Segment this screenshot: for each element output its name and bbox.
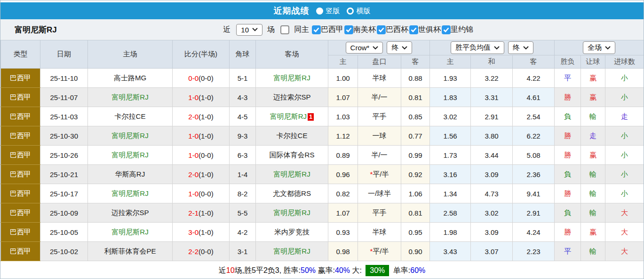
handicap-result: 走 [589,132,596,140]
goals-result-cell: 小 [605,165,644,184]
handicap-line: 半/一 [371,93,387,101]
eu-home-odds-cell: 1.56 [430,126,471,146]
games-label: 场 [267,25,275,35]
scope-select[interactable]: 全场 [583,41,615,54]
handicap-result-cell: 輸 [581,165,605,184]
date-cell: 25-10-30 [40,126,88,146]
subheader-ah-home: 主 [328,55,358,69]
league-checkbox-4[interactable] [442,25,451,34]
wdl-result: 負 [564,209,571,217]
handicap-result: 輸 [589,247,596,255]
wdl-result: 平 [564,74,571,82]
chevron-down-icon [605,46,611,50]
away-team: 富明尼斯RJ [273,247,310,255]
handicap-result-cell: 輸 [581,107,605,126]
average-select[interactable]: 胜平负均值 [451,41,504,54]
eu-away-odds-cell: 2.91 [513,203,555,223]
corner-cell: 5-1 [230,69,256,88]
league-cell: 巴西甲 [1,88,40,107]
eu-home-odds-cell: 1.83 [430,88,471,107]
score-cell: 2-0(1-0) [173,165,230,184]
title-bar: 近期战绩 竖版 横版 [0,2,644,19]
eu-home-odds-cell: 1.34 [430,184,471,203]
handicap-line: 半球 [373,74,387,82]
league-cell: 巴西甲 [1,69,40,88]
same-home-checkbox[interactable] [280,25,289,34]
handicap-result: 赢 [589,151,596,159]
handicap-section-header: Crow* 终 [328,40,430,55]
score-cell: 1-0(0-0) [173,146,230,165]
away-team-cell: 富明尼斯RJ [256,69,328,88]
results-table: 类型 日期 主场 比分(半场) 角球 客场 Crow* 终 [0,40,644,261]
recent-count-select[interactable]: 10 [236,24,262,36]
wdl-result: 勝 [564,189,571,197]
handicap-cell: 一/球半 [358,184,401,203]
wdl-result-cell: 勝 [555,88,581,107]
league-checkbox-2[interactable] [377,25,386,34]
check-icon [411,27,417,32]
corner-cell: 1-4 [230,165,256,184]
match-row: 巴西甲 25-10-17 富明尼斯RJ 1-0(0-0) 8-2 尤文都德RS … [1,184,644,203]
handicap-result: 輸 [589,189,596,197]
bookmaker-time-select[interactable]: 终 [387,41,412,54]
page-title: 近期战绩 [274,5,310,16]
ah-home-odds-cell: 0.96 [328,165,358,184]
horizontal-layout-radio[interactable] [347,8,354,15]
recent-results-widget: 近期战绩 竖版 横版 富明尼斯RJ 近 10 场 同主 巴西甲南美杯巴西杯世俱杯… [0,0,644,279]
handicap-line: 平/半 [373,170,389,178]
league-checkbox-1[interactable] [344,25,353,34]
ah-home-odds-cell: 0.98 [328,242,358,261]
average-time-select[interactable]: 终 [508,41,533,54]
half-time-score: (0-0) [199,248,214,256]
ah-home-odds-cell: 1.03 [328,107,358,126]
away-team: 富明尼斯RJ [273,170,310,178]
away-team: 米内罗竞技 [274,228,310,236]
league-checkbox-3[interactable] [409,25,418,34]
handicap-line: 一球 [373,132,387,140]
ah-home-odds-cell: 1.07 [328,203,358,223]
ah-away-odds-cell: 1.06 [401,184,430,203]
wdl-result: 負 [564,170,571,178]
home-team-cell: 利斯菲体育会PE [88,242,173,261]
full-time-score: 1-0 [188,151,199,159]
eu-home-odds-cell: 1.73 [430,146,471,165]
vertical-layout-label: 竖版 [326,7,340,16]
league-checkbox-0[interactable] [312,25,321,34]
home-team-cell: 富明尼斯RJ [88,126,173,146]
wdl-result-cell: 勝 [555,184,581,203]
league-cell: 巴西甲 [1,165,40,184]
handicap-cell: 平手 [358,203,401,223]
eu-away-odds-cell: 4.61 [513,88,555,107]
ah-home-odds-cell: 1.12 [328,126,358,146]
check-icon [313,27,319,32]
league-label-4: 里约锦 [451,25,473,35]
col-header-home: 主场 [88,40,173,69]
date-cell: 25-11-07 [40,88,88,107]
vertical-layout-radio[interactable] [316,8,323,15]
handicap-cell: 半球 [358,69,401,88]
col-header-date: 日期 [40,40,88,69]
wdl-result-cell: 勝 [555,146,581,165]
subheader-handicap-result: 让球 [581,55,605,69]
home-team: 利斯菲体育会PE [104,247,156,255]
handicap-result-cell: 輸 [581,242,605,261]
wdl-result: 勝 [564,132,571,140]
eu-home-odds-cell: 2.58 [430,203,471,223]
score-cell: 2-1(1-0) [173,203,230,223]
same-home-label: 同主 [294,25,309,35]
match-row: 巴西甲 25-10-02 利斯菲体育会PE 2-2(0-0) 3-1 富明尼斯R… [1,242,644,261]
full-time-score: 3-0 [188,228,199,236]
handicap-result-cell: 赢 [581,223,605,242]
goals-result: 小 [621,189,628,197]
score-cell: 2-2(0-0) [173,242,230,261]
summary-handicap-label: 赢率: [316,266,335,276]
goals-result-cell: 小 [605,146,644,165]
handicap-result: 輸 [589,112,596,120]
goals-result-cell: 小 [605,126,644,146]
eu-draw-odds-cell: 2.91 [471,107,513,126]
bookmaker-select[interactable]: Crow* [346,42,383,54]
chevron-down-icon [523,46,529,50]
league-label-3: 世俱杯 [418,25,441,35]
home-team: 高士路MG [114,74,146,82]
league-label-0: 巴西甲 [321,25,343,35]
